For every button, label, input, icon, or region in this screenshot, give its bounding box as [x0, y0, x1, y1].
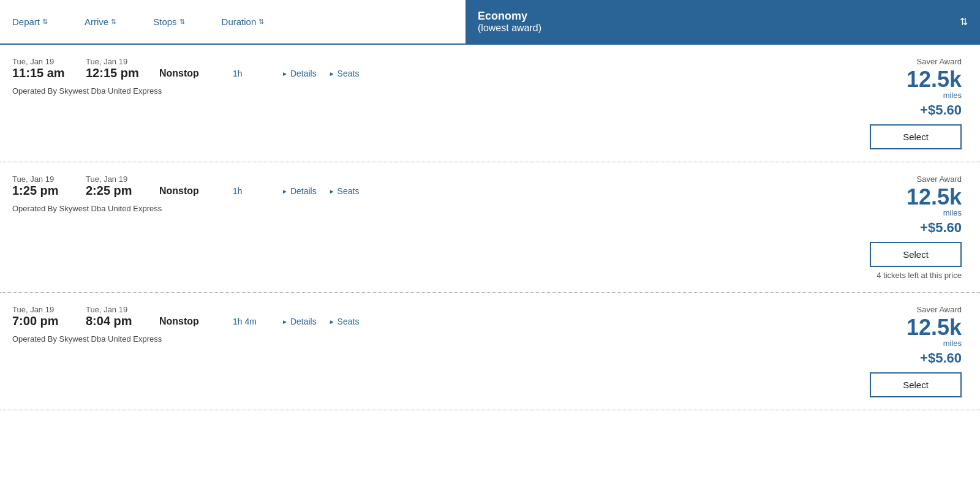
duration-block-1: 1h: [233, 176, 282, 196]
seats-link-0[interactable]: ► Seats: [329, 69, 360, 78]
arrive-block-1: Tue, Jan 19 2:25 pm: [86, 175, 159, 198]
links-block-2: ► Details ► Seats: [282, 307, 359, 326]
duration-column-header[interactable]: Duration ⇅: [222, 6, 265, 38]
price-col-2: Saver Award 12.5k miles +$5.60 Select: [466, 305, 980, 397]
details-triangle-icon-0: ►: [282, 70, 288, 77]
select-button-1[interactable]: Select: [870, 242, 962, 267]
depart-label: Depart: [12, 17, 40, 27]
table-header: Depart ⇅ Arrive ⇅ Stops ⇅ Duration ⇅ Eco…: [0, 0, 980, 45]
arrive-date-0: Tue, Jan 19: [86, 57, 159, 66]
stops-column-header[interactable]: Stops ⇅: [153, 6, 184, 38]
duration-value-0: 1h: [233, 69, 243, 78]
details-label-1: Details: [290, 186, 317, 196]
details-link-2[interactable]: ► Details: [282, 317, 317, 326]
seats-label-0: Seats: [337, 69, 360, 78]
economy-sort-icon[interactable]: ⇅: [960, 16, 968, 28]
details-label-2: Details: [290, 317, 317, 326]
stops-block-0: Nonstop: [159, 58, 233, 79]
arrive-label: Arrive: [85, 17, 108, 27]
economy-title: Economy (lowest award): [478, 10, 541, 34]
depart-sort-icon: ⇅: [42, 18, 48, 26]
seats-label-2: Seats: [337, 317, 360, 326]
arrive-time-0: 12:15 pm: [86, 66, 159, 80]
depart-time-2: 7:00 pm: [12, 314, 86, 328]
duration-label: Duration: [222, 17, 257, 27]
flight-info-2: Tue, Jan 19 7:00 pm Tue, Jan 19 8:04 pm …: [0, 305, 466, 344]
details-triangle-icon-2: ►: [282, 318, 288, 325]
stops-label: Stops: [153, 17, 176, 27]
tax-amount-2: +$5.60: [920, 350, 962, 366]
depart-time-0: 11:15 am: [12, 66, 86, 80]
details-triangle-icon-1: ►: [282, 188, 288, 195]
column-headers: Depart ⇅ Arrive ⇅ Stops ⇅ Duration ⇅: [0, 0, 466, 43]
table-row: Tue, Jan 19 1:25 pm Tue, Jan 19 2:25 pm …: [0, 162, 980, 293]
miles-label-0: miles: [943, 91, 962, 100]
stops-block-1: Nonstop: [159, 176, 233, 197]
table-row: Tue, Jan 19 11:15 am Tue, Jan 19 12:15 p…: [0, 45, 980, 162]
arrive-time-1: 2:25 pm: [86, 184, 159, 198]
seats-triangle-icon-0: ►: [329, 70, 335, 77]
arrive-time-2: 8:04 pm: [86, 314, 159, 328]
seats-label-1: Seats: [337, 186, 360, 196]
miles-label-2: miles: [943, 339, 962, 348]
depart-block-2: Tue, Jan 19 7:00 pm: [12, 305, 86, 328]
award-label-1: Saver Award: [917, 175, 962, 184]
select-button-2[interactable]: Select: [870, 372, 962, 397]
depart-time-1: 1:25 pm: [12, 184, 86, 198]
operated-by-1: Operated By Skywest Dba United Express: [12, 204, 453, 213]
depart-date-1: Tue, Jan 19: [12, 175, 86, 184]
flight-main-0: Tue, Jan 19 11:15 am Tue, Jan 19 12:15 p…: [12, 57, 453, 80]
miles-amount-1: 12.5k: [907, 186, 962, 208]
operated-by-0: Operated By Skywest Dba United Express: [12, 86, 453, 96]
depart-date-0: Tue, Jan 19: [12, 57, 86, 66]
seats-triangle-icon-1: ►: [329, 188, 335, 195]
details-link-1[interactable]: ► Details: [282, 186, 317, 196]
flight-main-2: Tue, Jan 19 7:00 pm Tue, Jan 19 8:04 pm …: [12, 305, 453, 328]
duration-value-1: 1h: [233, 186, 243, 196]
tax-amount-1: +$5.60: [920, 220, 962, 236]
award-label-2: Saver Award: [917, 305, 962, 314]
arrive-column-header[interactable]: Arrive ⇅: [85, 6, 116, 38]
price-col-1: Saver Award 12.5k miles +$5.60 Select 4 …: [466, 175, 980, 280]
depart-date-2: Tue, Jan 19: [12, 305, 86, 314]
stops-block-2: Nonstop: [159, 306, 233, 327]
stops-sort-icon: ⇅: [179, 18, 185, 26]
duration-block-2: 1h 4m: [233, 307, 282, 326]
seats-link-2[interactable]: ► Seats: [329, 317, 360, 326]
arrive-block-2: Tue, Jan 19 8:04 pm: [86, 305, 159, 328]
flights-list: Tue, Jan 19 11:15 am Tue, Jan 19 12:15 p…: [0, 45, 980, 410]
flight-info-0: Tue, Jan 19 11:15 am Tue, Jan 19 12:15 p…: [0, 57, 466, 96]
details-label-0: Details: [290, 69, 317, 78]
economy-header: Economy (lowest award) ⇅: [466, 0, 980, 43]
links-block-1: ► Details ► Seats: [282, 176, 359, 196]
arrive-block-0: Tue, Jan 19 12:15 pm: [86, 57, 159, 80]
arrive-date-2: Tue, Jan 19: [86, 305, 159, 314]
flight-info-1: Tue, Jan 19 1:25 pm Tue, Jan 19 2:25 pm …: [0, 175, 466, 213]
select-button-0[interactable]: Select: [870, 124, 962, 149]
miles-amount-0: 12.5k: [907, 69, 962, 91]
depart-block-1: Tue, Jan 19 1:25 pm: [12, 175, 86, 198]
operated-by-2: Operated By Skywest Dba United Express: [12, 334, 453, 344]
table-row: Tue, Jan 19 7:00 pm Tue, Jan 19 8:04 pm …: [0, 293, 980, 410]
arrive-date-1: Tue, Jan 19: [86, 175, 159, 184]
depart-column-header[interactable]: Depart ⇅: [12, 6, 48, 38]
duration-block-0: 1h: [233, 59, 282, 78]
award-label-0: Saver Award: [917, 57, 962, 66]
price-col-0: Saver Award 12.5k miles +$5.60 Select: [466, 57, 980, 149]
duration-value-2: 1h 4m: [233, 317, 257, 326]
miles-label-1: miles: [943, 208, 962, 217]
details-link-0[interactable]: ► Details: [282, 69, 317, 78]
tax-amount-0: +$5.60: [920, 102, 962, 118]
flight-main-1: Tue, Jan 19 1:25 pm Tue, Jan 19 2:25 pm …: [12, 175, 453, 198]
seats-link-1[interactable]: ► Seats: [329, 186, 360, 196]
tickets-left-1: 4 tickets left at this price: [876, 271, 962, 280]
page-container: Depart ⇅ Arrive ⇅ Stops ⇅ Duration ⇅ Eco…: [0, 0, 980, 410]
links-block-0: ► Details ► Seats: [282, 59, 359, 78]
duration-sort-icon: ⇅: [258, 18, 264, 26]
depart-block-0: Tue, Jan 19 11:15 am: [12, 57, 86, 80]
arrive-sort-icon: ⇅: [111, 18, 116, 26]
seats-triangle-icon-2: ►: [329, 318, 335, 325]
miles-amount-2: 12.5k: [907, 317, 962, 339]
